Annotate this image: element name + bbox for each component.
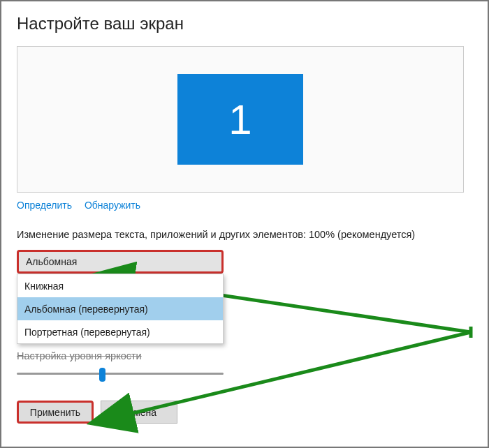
orientation-option[interactable]: Альбомная (перевернутая) <box>17 297 223 320</box>
slider-thumb[interactable] <box>99 368 105 382</box>
monitor-thumbnail[interactable]: 1 <box>177 74 303 165</box>
orientation-selected-text: Альбомная <box>26 256 77 267</box>
button-row: Применить Отмена <box>17 401 472 424</box>
scale-label: Изменение размера текста, приложений и д… <box>17 229 472 240</box>
monitor-preview-area: 1 <box>17 46 464 193</box>
orientation-option[interactable]: Книжная <box>17 274 223 297</box>
page-title: Настройте ваш экран <box>17 14 472 33</box>
brightness-slider[interactable] <box>17 366 224 382</box>
orientation-selected[interactable]: Альбомная <box>17 250 224 274</box>
detect-link[interactable]: Обнаружить <box>85 200 140 211</box>
brightness-label: Настройка уровня яркости <box>17 350 472 361</box>
orientation-list: Книжная Альбомная (перевернутая) Портрет… <box>17 274 224 344</box>
monitor-number: 1 <box>228 96 251 144</box>
display-settings-window: Настройте ваш экран 1 Определить Обнаруж… <box>0 0 489 448</box>
orientation-option[interactable]: Портретная (перевернутая) <box>17 320 223 343</box>
cancel-button[interactable]: Отмена <box>101 401 177 424</box>
identify-link[interactable]: Определить <box>17 200 72 211</box>
monitor-links: Определить Обнаружить <box>17 200 472 211</box>
slider-track <box>17 373 224 375</box>
orientation-dropdown[interactable]: Альбомная Книжная Альбомная (перевернута… <box>17 250 224 274</box>
apply-button[interactable]: Применить <box>17 401 94 424</box>
